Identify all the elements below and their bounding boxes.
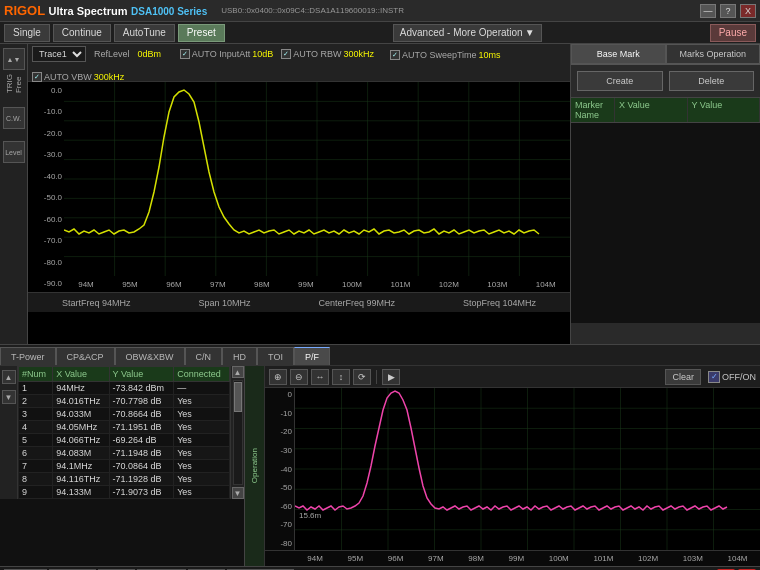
- tab-cn[interactable]: C/N: [185, 347, 223, 365]
- table-cell: Yes: [174, 447, 230, 460]
- auto-rbw-group: AUTO RBW 300kHz: [281, 49, 374, 59]
- sidebar-level-btn[interactable]: Level: [3, 141, 25, 163]
- scrollbar-down[interactable]: ▼: [232, 487, 244, 499]
- span-val: Span 10MHz: [198, 298, 250, 308]
- stop-freq: StopFreq 104MHz: [463, 298, 536, 308]
- help-button[interactable]: ?: [720, 4, 736, 18]
- auto-input-att-cb[interactable]: [180, 49, 190, 59]
- create-button[interactable]: Create: [577, 71, 663, 91]
- zoom-out-btn[interactable]: ⊖: [290, 369, 308, 385]
- auto-rbw-val: 300kHz: [344, 49, 375, 59]
- scrollbar-up[interactable]: ▲: [232, 366, 244, 378]
- app-title-series: DSA1000 Series: [131, 6, 207, 17]
- table-area: ▲ ▼ #Num X Value Y Value Connected 194MH…: [0, 366, 245, 566]
- table-cell: —: [174, 382, 230, 395]
- sidebar-cw-btn[interactable]: C.W.: [3, 107, 25, 129]
- table-row: 894.116THz-71.1928 dBYes: [19, 473, 230, 486]
- pan-h-btn[interactable]: ↔: [311, 369, 329, 385]
- table-cell: Yes: [174, 460, 230, 473]
- spectrum-svg: [64, 82, 570, 276]
- scroll-up-btn[interactable]: ▲: [2, 370, 16, 384]
- col-marker-name: Marker Name: [571, 98, 615, 122]
- tab-hd[interactable]: HD: [222, 347, 257, 365]
- trig-label: TRIGFree: [5, 74, 23, 93]
- spectrum-canvas[interactable]: 0.0-10.0-20.0-30.0 -40.0-50.0-60.0-70.0 …: [28, 82, 570, 292]
- tab-obw-xbw[interactable]: OBW&XBW: [115, 347, 185, 365]
- table-cell: 94MHz: [53, 382, 109, 395]
- op-text: Operation: [250, 448, 259, 483]
- table-cell: -70.7798 dB: [109, 395, 174, 408]
- table-row: 294.016THz-70.7798 dBYes: [19, 395, 230, 408]
- app-logo: RIGOL Ultra Spectrum DSA1000 Series: [4, 3, 207, 18]
- table-row: 694.083M-71.1948 dBYes: [19, 447, 230, 460]
- table-wrapper: #Num X Value Y Value Connected 194MHz-73…: [18, 366, 230, 499]
- trace-select[interactable]: Trace1: [32, 46, 86, 62]
- table-scrollbar: ▲ ▼: [230, 366, 244, 499]
- scroll-track[interactable]: [233, 380, 243, 485]
- table-cell: 7: [19, 460, 53, 473]
- col-x: X Value: [53, 367, 109, 382]
- scroll-down-btn[interactable]: ▼: [2, 390, 16, 404]
- advanced-button[interactable]: Advanced - More Operation ▼: [393, 24, 542, 42]
- table-cell: 94.133M: [53, 486, 109, 499]
- table-cell: Yes: [174, 421, 230, 434]
- continue-button[interactable]: Continue: [53, 24, 111, 42]
- table-cell: -70.0864 dB: [109, 460, 174, 473]
- pan-v-btn[interactable]: ↕: [332, 369, 350, 385]
- advanced-arrow: ▼: [525, 27, 535, 38]
- marker-rows: [571, 123, 760, 323]
- close-button[interactable]: X: [740, 4, 756, 18]
- minimize-button[interactable]: —: [700, 4, 716, 18]
- reset-btn[interactable]: ⟳: [353, 369, 371, 385]
- auto-vbw-cb[interactable]: [32, 72, 42, 82]
- graph-canvas-area: 0-10-20-30 -40-50-60-70-80: [265, 388, 760, 550]
- tab-t-power[interactable]: T-Power: [0, 347, 56, 365]
- clear-button[interactable]: Clear: [665, 369, 701, 385]
- auto-sweep-group: AUTO SweepTime 10ms: [390, 50, 501, 60]
- graph-svg: 15.6m: [295, 388, 760, 550]
- graph-plot[interactable]: 15.6m: [295, 388, 760, 550]
- tab-marks-op[interactable]: Marks Operation: [666, 44, 761, 64]
- table-cell: Yes: [174, 486, 230, 499]
- auto-input-att-group: AUTO InputAtt 10dB: [180, 49, 273, 59]
- arrow-right-btn[interactable]: ▶: [382, 369, 400, 385]
- table-cell: -73.842 dBm: [109, 382, 174, 395]
- table-cell: 94.033M: [53, 408, 109, 421]
- single-button[interactable]: Single: [4, 24, 50, 42]
- col-x-value: X Value: [615, 98, 688, 122]
- tab-toi[interactable]: TOI: [257, 347, 294, 365]
- table-row: 994.133M-71.9073 dBYes: [19, 486, 230, 499]
- table-cell: Yes: [174, 473, 230, 486]
- preset-button[interactable]: Preset: [178, 24, 225, 42]
- autotune-button[interactable]: AutoTune: [114, 24, 175, 42]
- left-sidebar: ▲▼ TRIGFree C.W. Level: [0, 44, 28, 344]
- graph-y-labels: 0-10-20-30 -40-50-60-70-80: [265, 388, 295, 550]
- offon-checkbox[interactable]: [708, 371, 720, 383]
- col-conn: Connected: [174, 367, 230, 382]
- right-panel: Base Mark Marks Operation Create Delete …: [570, 44, 760, 344]
- delete-button[interactable]: Delete: [669, 71, 755, 91]
- table-cell: 2: [19, 395, 53, 408]
- table-cell: -71.1948 dB: [109, 447, 174, 460]
- table-arrows: ▲ ▼: [0, 366, 18, 499]
- auto-sweep-cb[interactable]: [390, 50, 400, 60]
- table-cell: 94.1MHz: [53, 460, 109, 473]
- pause-button[interactable]: Pause: [710, 24, 756, 42]
- table-cell: -69.264 dB: [109, 434, 174, 447]
- tab-cp-acp[interactable]: CP&ACP: [56, 347, 115, 365]
- table-cell: 4: [19, 421, 53, 434]
- table-row: 394.033M-70.8664 dBYes: [19, 408, 230, 421]
- scroll-thumb[interactable]: [234, 382, 242, 412]
- tab-base-mark[interactable]: Base Mark: [571, 44, 666, 64]
- col-num: #Num: [19, 367, 53, 382]
- table-cell: 6: [19, 447, 53, 460]
- center-freq: CenterFreq 99MHz: [318, 298, 395, 308]
- sidebar-vv-btn[interactable]: ▲▼: [3, 48, 25, 70]
- table-row: 794.1MHz-70.0864 dBYes: [19, 460, 230, 473]
- spectrum-controls: Trace1 RefLevel 0dBm AUTO InputAtt 10dB …: [28, 44, 570, 82]
- tab-pf[interactable]: P/F: [294, 347, 330, 365]
- auto-rbw-cb[interactable]: [281, 49, 291, 59]
- table-cell: 1: [19, 382, 53, 395]
- table-cell: 94.016THz: [53, 395, 109, 408]
- zoom-in-btn[interactable]: ⊕: [269, 369, 287, 385]
